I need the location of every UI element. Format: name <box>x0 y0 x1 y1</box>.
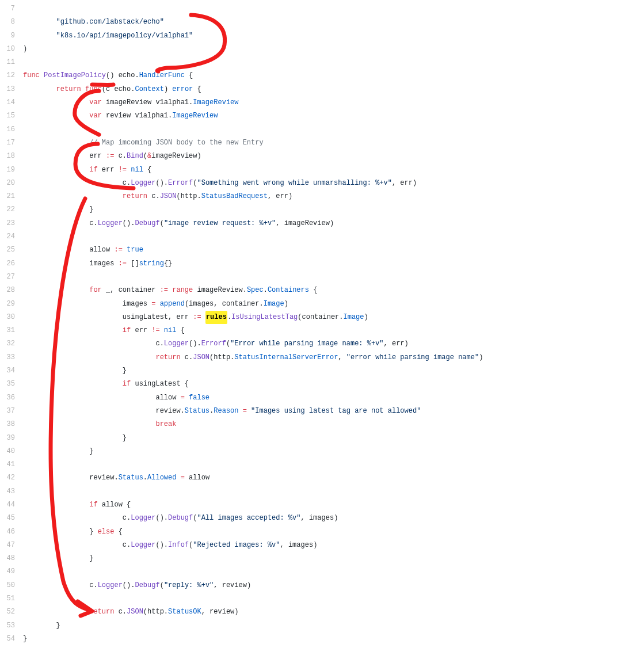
line-number: 17 <box>0 136 23 150</box>
line-number: 35 <box>0 378 23 391</box>
import-string[interactable]: "github.com/labstack/echo" <box>56 16 164 29</box>
search-highlight[interactable]: rules <box>205 311 227 324</box>
keyword[interactable]: range <box>172 284 193 297</box>
line-number: 54 <box>0 632 23 646</box>
line-number: 41 <box>0 458 23 471</box>
keyword[interactable]: return <box>155 351 180 364</box>
import-string[interactable]: "k8s.io/api/imagepolicy/v1alpha1" <box>56 29 193 43</box>
code-line[interactable]: } <box>23 632 27 646</box>
keyword[interactable]: func <box>23 69 40 82</box>
line-number: 50 <box>0 579 23 592</box>
keyword[interactable]: if <box>123 324 131 337</box>
line-number: 12 <box>0 69 23 82</box>
line-number: 19 <box>0 163 23 177</box>
line-number: 13 <box>0 83 23 96</box>
line-number: 53 <box>0 619 23 632</box>
keyword[interactable]: var <box>89 96 102 109</box>
keyword[interactable]: break <box>155 418 176 431</box>
keyword[interactable]: if <box>89 498 97 512</box>
keyword[interactable]: func <box>85 83 102 96</box>
line-number: 21 <box>0 190 23 203</box>
line-number: 28 <box>0 284 23 297</box>
keyword[interactable]: if <box>123 378 131 391</box>
func-name[interactable]: PostImagePolicy <box>44 69 106 82</box>
keyword[interactable]: return <box>89 605 114 619</box>
line-number: 9 <box>0 29 23 43</box>
line-number: 40 <box>0 445 23 458</box>
line-number: 43 <box>0 485 23 498</box>
line-number: 42 <box>0 471 23 485</box>
keyword[interactable]: else <box>98 525 115 539</box>
line-number: 44 <box>0 498 23 512</box>
line-number: 24 <box>0 230 23 243</box>
line-number: 14 <box>0 96 23 109</box>
line-number: 37 <box>0 405 23 418</box>
line-number: 23 <box>0 217 23 230</box>
line-number: 8 <box>0 16 23 29</box>
line-number: 22 <box>0 203 23 216</box>
keyword[interactable]: return <box>123 190 147 203</box>
keyword[interactable]: return <box>56 83 81 96</box>
line-number: 51 <box>0 592 23 605</box>
keyword[interactable]: if <box>89 163 97 177</box>
line-number: 11 <box>0 56 23 69</box>
line-number: 25 <box>0 243 23 257</box>
line-number: 10 <box>0 43 23 56</box>
keyword[interactable]: for <box>89 284 102 297</box>
line-number: 20 <box>0 177 23 190</box>
line-number: 47 <box>0 539 23 552</box>
comment[interactable]: // Map imcoming JSON body to the new Ent… <box>89 136 263 150</box>
line-number: 29 <box>0 298 23 311</box>
line-number: 48 <box>0 552 23 565</box>
line-number: 18 <box>0 150 23 163</box>
line-number: 27 <box>0 270 23 284</box>
line-number: 31 <box>0 324 23 337</box>
line-number: 46 <box>0 525 23 539</box>
line-number: 26 <box>0 257 23 270</box>
line-number: 34 <box>0 364 23 378</box>
line-number: 38 <box>0 418 23 431</box>
line-number: 30 <box>0 311 23 324</box>
line-number: 33 <box>0 351 23 364</box>
line-number: 39 <box>0 432 23 445</box>
keyword[interactable]: var <box>89 109 102 123</box>
line-number: 7 <box>0 2 23 16</box>
line-number: 49 <box>0 565 23 578</box>
code-line[interactable]: ) <box>23 43 27 56</box>
line-number: 32 <box>0 337 23 350</box>
code-editor[interactable]: 7 8 "github.com/labstack/echo" 9 "k8s.io… <box>0 0 644 663</box>
line-number: 15 <box>0 109 23 123</box>
line-number: 36 <box>0 391 23 405</box>
line-number: 52 <box>0 605 23 619</box>
line-number: 16 <box>0 123 23 136</box>
line-number: 45 <box>0 512 23 525</box>
